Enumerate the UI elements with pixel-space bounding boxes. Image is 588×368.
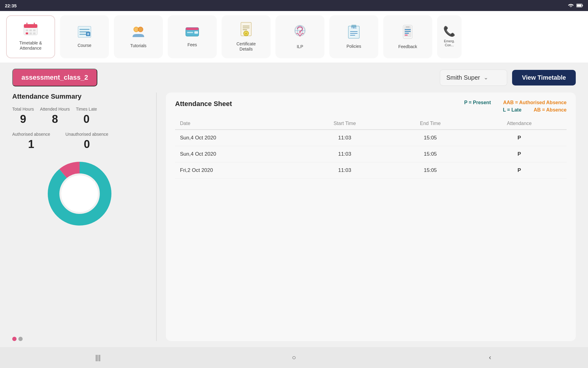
- table-row: Sun,4 Oct 202011:0315:05P: [175, 130, 567, 146]
- date-cell: Sun,4 Oct 2020: [175, 130, 301, 146]
- donut-chart: 11.11 88.89: [46, 160, 113, 227]
- attendance-cell: P: [472, 146, 567, 162]
- bottom-navigation: ||| ○ ‹: [0, 347, 588, 368]
- page-dots: [12, 337, 147, 341]
- nav-item-feedback[interactable]: Feedback: [383, 15, 432, 58]
- unauthorised-absence-value: 0: [84, 138, 90, 151]
- class-badge-button[interactable]: assessment_class_2: [12, 69, 97, 86]
- student-dropdown[interactable]: Smith Super ⌄: [440, 70, 507, 86]
- end-time-cell: 15:05: [389, 146, 472, 162]
- emergency-icon: 📞: [443, 26, 455, 36]
- times-late-stat: Times Late 0: [76, 107, 97, 126]
- svg-rect-52: [405, 35, 408, 36]
- authorised-absence-label: Authorised absence: [12, 132, 50, 137]
- nav-home-button[interactable]: ○: [279, 351, 309, 364]
- vertical-divider: [156, 93, 157, 341]
- view-timetable-button[interactable]: View Timetable: [512, 70, 576, 85]
- date-cell: Fri,2 Oct 2020: [175, 162, 301, 179]
- fees-icon: [185, 26, 199, 39]
- nav-item-course[interactable]: Course: [60, 15, 109, 58]
- unauthorised-absence-label: Unauthorised absence: [66, 132, 108, 137]
- status-bar: 22:35: [0, 0, 588, 11]
- top-navigation: Timetable &Attendance Course: [0, 11, 588, 63]
- svg-rect-4: [24, 24, 37, 28]
- timetable-label: Timetable &Attendance: [19, 40, 42, 51]
- attendance-cell: P: [472, 162, 567, 179]
- svg-rect-1: [577, 4, 582, 6]
- date-column-header: Date: [175, 118, 301, 130]
- certificate-icon: [240, 22, 253, 38]
- svg-rect-17: [86, 32, 90, 36]
- course-icon: [77, 26, 92, 40]
- svg-text:88.89: 88.89: [69, 205, 78, 209]
- svg-rect-2: [582, 5, 583, 6]
- chevron-down-icon: ⌄: [484, 74, 488, 81]
- nav-item-ilp[interactable]: ILP: [275, 15, 324, 58]
- times-late-label: Times Late: [76, 107, 97, 112]
- feedback-icon: [402, 25, 414, 41]
- ab-code: AB = Absence: [534, 107, 567, 113]
- svg-rect-12: [33, 32, 36, 34]
- svg-rect-10: [26, 32, 28, 34]
- controls-row: assessment_class_2 Smith Super ⌄ View Ti…: [12, 69, 576, 86]
- attended-hours-value: 8: [52, 113, 58, 126]
- nav-back-button[interactable]: ‹: [475, 351, 505, 364]
- content-area: Attendance Summary Total Hours 9 Attende…: [12, 93, 576, 341]
- time-display: 22:35: [5, 3, 17, 8]
- authorised-absence-value: 1: [28, 138, 34, 151]
- legend-row-2: L = Late AB = Absence: [503, 107, 567, 113]
- attendance-cell: P: [472, 130, 567, 146]
- svg-rect-8: [29, 29, 32, 31]
- late-code: L = Late: [503, 107, 522, 113]
- total-hours-value: 9: [20, 113, 26, 126]
- feedback-label: Feedback: [398, 44, 417, 49]
- start-time-column-header: Start Time: [301, 118, 389, 130]
- table-row: Sun,4 Oct 202011:0315:05P: [175, 146, 567, 162]
- controls-right: Smith Super ⌄ View Timetable: [440, 70, 576, 86]
- stats-grid-row2: Authorised absence 1 Unauthorised absenc…: [12, 132, 147, 151]
- battery-icon: [576, 3, 583, 8]
- emergency-label: Emerg.Con...: [444, 39, 455, 47]
- policies-icon: T&C: [348, 25, 360, 41]
- unauthorised-absence-stat: Unauthorised absence 0: [66, 132, 108, 151]
- svg-rect-26: [187, 32, 193, 33]
- svg-rect-11: [29, 32, 32, 34]
- attendance-column-header: Attendance: [472, 118, 567, 130]
- svg-point-23: [139, 28, 142, 31]
- attendance-sheet-panel: Attendance Sheet P = Present AAB = Autho…: [166, 93, 576, 341]
- attendance-summary-panel: Attendance Summary Total Hours 9 Attende…: [12, 93, 147, 341]
- legend-row-1: P = Present AAB = Authorised Absence: [464, 100, 567, 105]
- nav-item-certificate[interactable]: CertificateDetails: [222, 15, 271, 58]
- nav-item-emergency[interactable]: 📞 Emerg.Con...: [437, 15, 462, 58]
- nav-item-policies[interactable]: T&C Policies: [329, 15, 378, 58]
- nav-recent-apps-button[interactable]: |||: [83, 351, 113, 364]
- svg-point-22: [134, 28, 138, 31]
- attendance-sheet-title: Attendance Sheet: [175, 100, 232, 108]
- policies-label: Policies: [346, 44, 361, 49]
- table-header-row: Date Start Time End Time Attendance: [175, 118, 567, 130]
- nav-item-fees[interactable]: Fees: [168, 15, 217, 58]
- end-time-column-header: End Time: [389, 118, 472, 130]
- times-late-value: 0: [83, 113, 89, 126]
- nav-item-timetable[interactable]: Timetable &Attendance: [6, 15, 55, 58]
- svg-rect-50: [405, 31, 411, 32]
- end-time-cell: 15:05: [389, 162, 472, 179]
- authorised-absence-stat: Authorised absence 1: [12, 132, 50, 151]
- ilp-label: ILP: [297, 44, 303, 49]
- table-row: Fri,2 Oct 202011:0315:05P: [175, 162, 567, 179]
- nav-item-tutorials[interactable]: Tutorials: [114, 15, 163, 58]
- timetable-icon: [23, 23, 38, 37]
- ilp-icon: [293, 25, 307, 41]
- svg-rect-25: [186, 28, 199, 30]
- svg-rect-49: [405, 29, 411, 30]
- svg-rect-48: [406, 27, 410, 27]
- attendance-legend: P = Present AAB = Authorised Absence L =…: [464, 100, 567, 113]
- start-time-cell: 11:03: [301, 130, 389, 146]
- course-label: Course: [77, 43, 91, 48]
- attendance-summary-title: Attendance Summary: [12, 93, 147, 101]
- start-time-cell: 11:03: [301, 146, 389, 162]
- attended-hours-label: Attended Hours: [40, 107, 70, 112]
- svg-text:11.11: 11.11: [87, 181, 96, 184]
- end-time-cell: 15:05: [389, 130, 472, 146]
- svg-rect-7: [26, 29, 28, 31]
